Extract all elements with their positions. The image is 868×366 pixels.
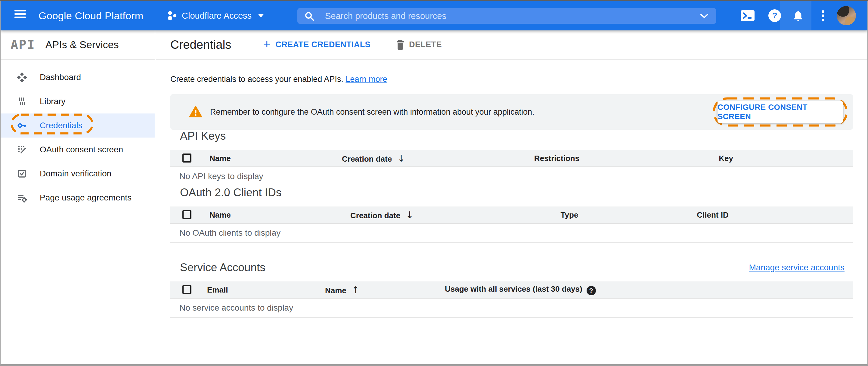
- column-header-usage[interactable]: Usage with all services (last 30 days)?: [445, 284, 596, 295]
- oauth-clients-table: Name Creation date↓ Type Client ID No OA…: [170, 207, 853, 243]
- warning-icon: [189, 105, 202, 118]
- api-keys-table: Name Creation date↓ Restrictions Key No …: [170, 150, 853, 186]
- column-header-restrictions[interactable]: Restrictions: [534, 153, 579, 163]
- service-accounts-table: Email Name↑ Usage with all services (las…: [170, 281, 853, 318]
- project-dropdown-arrow-icon: [258, 14, 264, 18]
- hamburger-menu-icon[interactable]: [14, 10, 27, 21]
- learn-more-link[interactable]: Learn more: [345, 74, 387, 84]
- delete-button[interactable]: DELETE: [396, 39, 442, 50]
- cloud-shell-button[interactable]: [740, 1, 755, 30]
- project-name: Cloudflare Access: [182, 11, 252, 21]
- column-header-creation-date[interactable]: Creation date↓: [350, 210, 413, 220]
- manage-service-accounts-link[interactable]: Manage service accounts: [749, 263, 844, 272]
- three-dots-icon: [822, 9, 824, 23]
- sort-asc-icon[interactable]: ↑: [352, 284, 360, 295]
- top-bar: Google Cloud Platform Cloudflare Access …: [1, 1, 867, 30]
- sidebar-item-label: Domain verification: [40, 169, 111, 179]
- api-keys-table-header: Name Creation date↓ Restrictions Key: [170, 150, 853, 167]
- content: Create credentials to access your enable…: [156, 74, 867, 318]
- page-usage-agreements-icon: [17, 193, 27, 203]
- select-all-checkbox[interactable]: [182, 210, 191, 219]
- consent-button-wrap: CONFIGURE CONSENT SCREEN: [713, 97, 848, 127]
- more-options-button[interactable]: [819, 1, 827, 30]
- column-header-client-id[interactable]: Client ID: [697, 210, 728, 219]
- dashboard-icon: [17, 72, 27, 82]
- oauth-consent-icon: [17, 145, 27, 154]
- trash-icon: [396, 39, 405, 50]
- sidebar-item-label: OAuth consent screen: [40, 145, 123, 154]
- select-all-checkbox[interactable]: [182, 153, 191, 162]
- section-title-service-accounts: Service Accounts: [180, 261, 266, 274]
- column-header-name[interactable]: Name: [210, 210, 231, 219]
- sidebar-nav: Dashboard Library Credentials: [1, 60, 155, 210]
- column-header-email[interactable]: Email: [207, 285, 228, 294]
- notifications-button[interactable]: [790, 1, 807, 30]
- column-header-name[interactable]: Name: [210, 153, 231, 163]
- consent-warning-banner: Remember to configure the OAuth consent …: [170, 94, 853, 130]
- oauth-table-header: Name Creation date↓ Type Client ID: [170, 207, 853, 224]
- configure-consent-screen-button[interactable]: CONFIGURE CONSENT SCREEN: [717, 101, 843, 123]
- sidebar-item-library[interactable]: Library: [1, 89, 155, 114]
- sidebar-item-page-usage-agreements[interactable]: Page usage agreements: [1, 186, 155, 210]
- sort-desc-icon[interactable]: ↓: [397, 153, 405, 164]
- sidebar: API APIs & Services Dashboard: [1, 30, 155, 364]
- empty-state-text: No service accounts to display: [170, 299, 853, 318]
- sidebar-item-label: Credentials: [40, 121, 83, 130]
- create-credentials-button[interactable]: + CREATE CREDENTIALS: [263, 38, 371, 52]
- api-logo: API: [10, 37, 35, 52]
- usage-help-icon[interactable]: ?: [587, 286, 596, 295]
- search-bar[interactable]: Search products and resources: [297, 8, 716, 24]
- column-header-type[interactable]: Type: [561, 210, 579, 219]
- service-accounts-heading-row: Service Accounts Manage service accounts: [170, 261, 853, 274]
- empty-state-text: No OAuth clients to display: [170, 224, 853, 243]
- browser-window: Google Cloud Platform Cloudflare Access …: [0, 0, 868, 366]
- project-selector[interactable]: Cloudflare Access: [167, 1, 264, 30]
- page-title: Credentials: [170, 38, 231, 52]
- sort-desc-icon[interactable]: ↓: [406, 210, 413, 220]
- main-area: Credentials + CREATE CREDENTIALS DELETE …: [156, 30, 867, 364]
- sidebar-item-credentials[interactable]: Credentials: [1, 114, 155, 138]
- plus-icon: +: [263, 37, 271, 52]
- section-title-oauth-clients: OAuth 2.0 Client IDs: [180, 186, 853, 199]
- column-header-key[interactable]: Key: [719, 153, 733, 163]
- account-avatar[interactable]: [837, 6, 856, 25]
- cloud-shell-icon: [741, 10, 754, 21]
- section-title-api-keys: API Keys: [180, 130, 853, 142]
- search-placeholder: Search products and resources: [325, 8, 446, 24]
- library-icon: [17, 97, 27, 106]
- intro-text: Create credentials to access your enable…: [170, 74, 853, 84]
- sidebar-item-label: Dashboard: [40, 72, 81, 82]
- column-header-creation-date[interactable]: Creation date↓: [342, 153, 405, 164]
- search-expand-chevron-icon[interactable]: [700, 13, 709, 19]
- search-icon: [304, 11, 315, 22]
- sidebar-item-dashboard[interactable]: Dashboard: [1, 65, 155, 89]
- project-hexagons-icon: [167, 10, 178, 21]
- empty-state-text: No API keys to display: [170, 167, 853, 186]
- bell-icon: [792, 9, 805, 22]
- product-logo[interactable]: Google Cloud Platform: [38, 1, 143, 30]
- page-header: Credentials + CREATE CREDENTIALS DELETE: [156, 30, 867, 60]
- domain-verification-icon: [17, 169, 27, 179]
- sidebar-title: APIs & Services: [45, 39, 119, 51]
- help-icon: ?: [768, 9, 781, 22]
- sidebar-item-domain-verification[interactable]: Domain verification: [1, 162, 155, 186]
- banner-text: Remember to configure the OAuth consent …: [210, 94, 534, 130]
- service-accounts-table-header: Email Name↑ Usage with all services (las…: [170, 281, 853, 299]
- sidebar-header: API APIs & Services: [1, 30, 155, 60]
- help-button[interactable]: ?: [768, 1, 782, 30]
- key-icon: [17, 121, 27, 130]
- sidebar-item-label: Library: [40, 97, 66, 106]
- sidebar-item-oauth-consent-screen[interactable]: OAuth consent screen: [1, 138, 155, 162]
- select-all-checkbox[interactable]: [182, 285, 191, 294]
- sidebar-item-label: Page usage agreements: [40, 193, 131, 203]
- column-header-name[interactable]: Name↑: [325, 284, 360, 295]
